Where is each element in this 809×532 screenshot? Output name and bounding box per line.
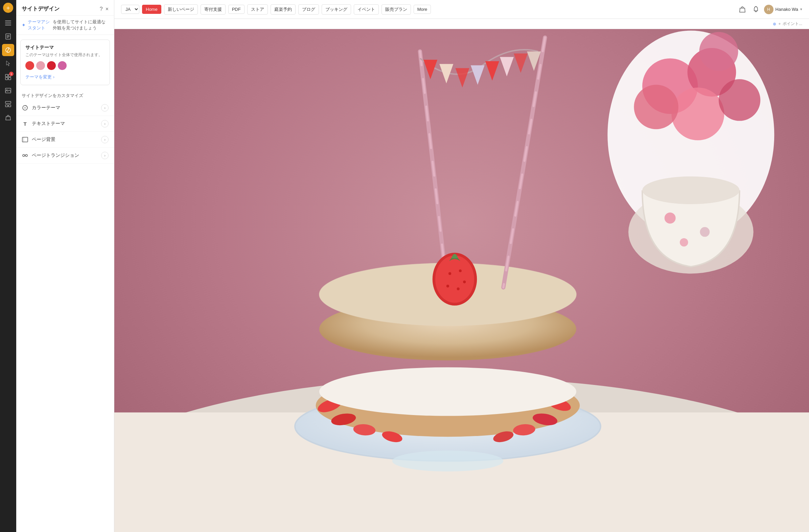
page-transition-label: ページトランジション bbox=[32, 153, 79, 159]
page-bg-left: ページ背景 bbox=[22, 136, 55, 143]
svg-point-74 bbox=[457, 288, 460, 290]
chevron-right-icon: › bbox=[53, 75, 54, 79]
user-avatar: H bbox=[764, 5, 774, 14]
svg-point-36 bbox=[665, 213, 676, 224]
sidebar-sections-btn[interactable] bbox=[2, 98, 14, 110]
color-theme-item[interactable]: カラーテーマ › bbox=[16, 100, 114, 116]
svg-point-32 bbox=[634, 85, 678, 129]
svg-point-21 bbox=[23, 155, 25, 157]
sidebar-media-btn[interactable] bbox=[2, 85, 14, 97]
svg-point-33 bbox=[719, 79, 760, 121]
user-name: Hanako Wa bbox=[775, 7, 798, 12]
nav-blog-btn[interactable]: ブログ bbox=[298, 4, 319, 15]
notifications-btn[interactable] bbox=[751, 4, 761, 15]
help-icon[interactable]: ? bbox=[100, 6, 103, 12]
nav-reserve-btn[interactable]: 庭楽予約 bbox=[271, 4, 296, 15]
color-theme-icon bbox=[22, 104, 29, 111]
sidebar-apps-btn[interactable]: 1 bbox=[2, 71, 14, 83]
page-bg-chevron: › bbox=[101, 136, 108, 143]
icon-sidebar: ＋ 1 bbox=[0, 0, 16, 532]
theme-title: サイトテーマ bbox=[25, 45, 105, 51]
swatch-2[interactable] bbox=[36, 61, 45, 70]
points-text[interactable]: ＋ ポイント... bbox=[777, 21, 802, 27]
svg-point-41 bbox=[392, 450, 504, 472]
sidebar-menu-btn[interactable] bbox=[2, 17, 14, 29]
svg-point-72 bbox=[463, 281, 466, 283]
svg-rect-2 bbox=[5, 25, 11, 25]
nav-donation-btn[interactable]: 寄付支援 bbox=[201, 4, 226, 15]
panel-header: サイトデザイン ? × bbox=[16, 0, 114, 16]
nav-pdf-btn[interactable]: PDF bbox=[228, 5, 244, 14]
page-bg-item[interactable]: ページ背景 › bbox=[16, 132, 114, 148]
svg-rect-0 bbox=[5, 21, 11, 21]
theme-change-button[interactable]: テーマを変更 › bbox=[25, 74, 54, 80]
sidebar-pages-btn[interactable] bbox=[2, 31, 14, 42]
svg-point-34 bbox=[699, 32, 738, 71]
nav-home-btn[interactable]: Home bbox=[142, 5, 161, 14]
theme-section: サイトテーマ このテーマはサイト全体で使用されます。 テーマを変更 › bbox=[20, 39, 110, 85]
page-transition-left: ページトランジション bbox=[22, 152, 79, 159]
nav-events-btn[interactable]: イベント bbox=[354, 4, 379, 15]
shop-icon-btn[interactable] bbox=[737, 4, 748, 15]
customize-section-title: サイトデザインをカスタマイズ bbox=[16, 90, 114, 100]
language-select[interactable]: JA bbox=[121, 5, 139, 14]
main-content: JA Home 新しいページ 寄付支援 PDF ストア 庭楽予約 ブログ ブッキ… bbox=[114, 0, 809, 532]
svg-point-73 bbox=[446, 285, 449, 287]
swatch-4[interactable] bbox=[58, 61, 67, 70]
svg-point-37 bbox=[700, 227, 710, 237]
plus-icon: ⊕ bbox=[773, 22, 776, 26]
sidebar-store-btn[interactable] bbox=[2, 111, 14, 124]
theme-subtitle: このテーマはサイト全体で使用されます。 bbox=[25, 52, 105, 58]
svg-rect-15 bbox=[5, 105, 8, 107]
svg-point-71 bbox=[459, 269, 462, 272]
svg-point-51 bbox=[319, 367, 576, 416]
page-bg-label: ページ背景 bbox=[32, 137, 55, 143]
top-nav: JA Home 新しいページ 寄付支援 PDF ストア 庭楽予約 ブログ ブッキ… bbox=[114, 0, 809, 19]
color-theme-left: カラーテーマ bbox=[22, 104, 60, 111]
assistant-link[interactable]: テーマアシスタント bbox=[28, 19, 51, 31]
color-swatches bbox=[25, 61, 105, 70]
nav-new-page-btn[interactable]: 新しいページ bbox=[164, 4, 198, 15]
svg-point-35 bbox=[642, 176, 740, 204]
page-bg-icon bbox=[22, 136, 29, 143]
svg-point-69 bbox=[435, 255, 474, 303]
sidebar-cursor-btn[interactable] bbox=[2, 57, 14, 70]
svg-rect-19 bbox=[22, 137, 28, 142]
panel-header-icons: ? × bbox=[100, 6, 108, 12]
nav-store-btn[interactable]: ストア bbox=[247, 4, 268, 15]
sidebar-design-btn[interactable] bbox=[2, 44, 14, 56]
design-panel: サイトデザイン ? × ✦ テーマアシスタント を使用してサイトに最適な外観を見… bbox=[16, 0, 114, 532]
text-theme-label: テキストテーマ bbox=[32, 121, 65, 127]
text-theme-icon: T bbox=[22, 120, 29, 127]
color-theme-chevron: › bbox=[101, 104, 108, 111]
nav-more-btn[interactable]: More bbox=[414, 5, 431, 14]
nav-sales-btn[interactable]: 販売プラン bbox=[381, 4, 411, 15]
swatch-1[interactable] bbox=[25, 61, 34, 70]
svg-point-38 bbox=[680, 238, 688, 247]
nav-booking-btn[interactable]: ブッキング bbox=[322, 4, 351, 15]
svg-point-70 bbox=[448, 272, 451, 275]
cake-preview-image bbox=[114, 29, 809, 532]
svg-point-18 bbox=[24, 107, 26, 109]
svg-rect-14 bbox=[5, 101, 11, 103]
svg-rect-11 bbox=[8, 77, 11, 80]
user-area[interactable]: H Hanako Wa ▾ bbox=[764, 5, 802, 14]
svg-rect-8 bbox=[5, 74, 8, 77]
svg-rect-16 bbox=[8, 105, 11, 107]
page-transition-item[interactable]: ページトランジション › bbox=[16, 148, 114, 164]
svg-rect-1 bbox=[5, 23, 11, 23]
svg-point-22 bbox=[25, 155, 28, 157]
user-chevron-icon: ▾ bbox=[800, 7, 802, 12]
wand-icon: ✦ bbox=[22, 22, 26, 28]
page-transition-icon bbox=[22, 152, 29, 159]
apps-badge: 1 bbox=[9, 72, 14, 76]
preview-area bbox=[114, 29, 809, 532]
close-icon[interactable]: × bbox=[105, 6, 108, 12]
assistant-banner: ✦ テーマアシスタント を使用してサイトに最適な外観を見つけましょう bbox=[16, 16, 114, 35]
svg-point-31 bbox=[671, 88, 724, 140]
add-button[interactable]: ＋ bbox=[3, 3, 13, 13]
panel-title: サイトデザイン bbox=[22, 5, 59, 13]
page-transition-chevron: › bbox=[101, 152, 108, 159]
swatch-3[interactable] bbox=[47, 61, 56, 70]
text-theme-item[interactable]: T テキストテーマ › bbox=[16, 116, 114, 132]
